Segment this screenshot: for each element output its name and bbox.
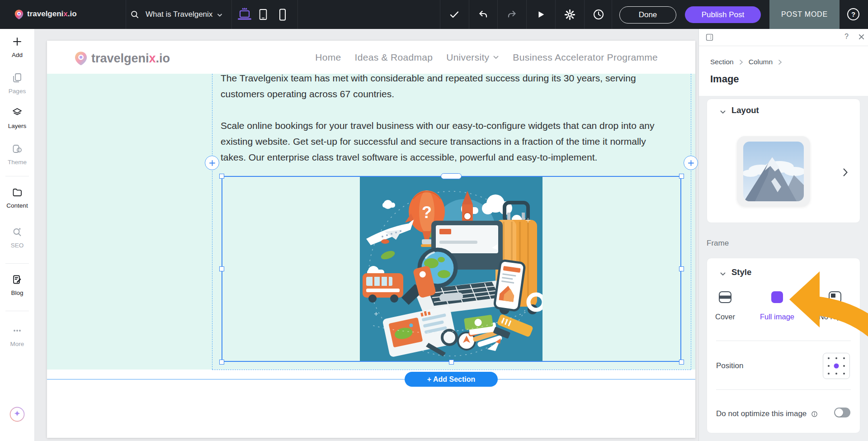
style-collapse-chevron-icon[interactable]	[720, 270, 726, 278]
section-boundary-line	[47, 379, 695, 379]
device-mobile-button[interactable]	[277, 0, 288, 29]
layout-card: Layout	[707, 99, 860, 223]
device-desktop-button[interactable]	[236, 0, 253, 29]
sidebar-divider	[5, 176, 29, 176]
paragraph-block[interactable]: The Travelgenix team has met with consid…	[221, 74, 655, 165]
site-logo-pin-icon	[73, 51, 89, 68]
settings-panel: ? Section Column Image Layout	[698, 29, 868, 441]
redo-button[interactable]	[502, 0, 522, 29]
topbar-divider	[584, 0, 585, 29]
breadcrumb-column[interactable]: Column	[749, 58, 773, 66]
breadcrumb-section[interactable]: Section	[710, 58, 734, 66]
panel-close-button[interactable]	[858, 33, 865, 42]
toggle-knob	[835, 408, 843, 417]
style-card: Style Cover Full image No repeat Positio…	[707, 258, 860, 433]
ai-assistant-button[interactable]	[9, 407, 25, 424]
style-option-cover[interactable]	[717, 289, 733, 307]
selection-handle-mid-bottom[interactable]	[449, 360, 454, 365]
preview-play-button[interactable]	[531, 0, 551, 29]
layout-thumbnail-frame[interactable]	[737, 136, 810, 206]
position-grid-control[interactable]	[823, 353, 850, 379]
search-chevron-down-icon[interactable]	[216, 12, 223, 20]
info-icon[interactable]	[811, 410, 818, 418]
post-mode-badge[interactable]: POST MODE	[769, 0, 840, 29]
undo-button[interactable]	[473, 0, 493, 29]
topbar-divider	[126, 0, 126, 29]
folder-icon	[12, 187, 23, 198]
nav-item-home[interactable]: Home	[315, 52, 341, 63]
style-option-cover-label[interactable]: Cover	[708, 313, 742, 321]
topbar-divider	[231, 0, 232, 29]
approve-check-button[interactable]	[444, 0, 464, 29]
no-repeat-style-icon	[827, 289, 843, 305]
cover-style-icon	[717, 289, 733, 305]
section-bottom-dashed-border	[212, 370, 691, 370]
nav-item-university[interactable]: University	[446, 52, 499, 63]
editor-topbar: travelgenix.io What is Travelgenix	[0, 0, 868, 29]
topbar-divider	[497, 0, 498, 29]
selection-handle-mid-right[interactable]	[679, 266, 684, 271]
panel-header: ?	[699, 29, 868, 46]
publish-post-button[interactable]: Publish Post	[685, 6, 761, 23]
add-element-right-button[interactable]	[684, 156, 698, 170]
search-input[interactable]: What is Travelgenix	[146, 10, 212, 19]
style-option-full-image-label[interactable]: Full image	[759, 313, 795, 321]
settings-gear-button[interactable]	[560, 0, 580, 29]
selection-handle-bottom-left[interactable]	[219, 360, 224, 365]
panel-title: Image	[710, 73, 739, 85]
selection-drag-handle[interactable]	[441, 173, 462, 179]
nav-item-ideas-roadmap[interactable]: Ideas & Roadmap	[355, 52, 433, 63]
sidebar-item-layers[interactable]: Layers	[0, 107, 34, 129]
help-button[interactable]: ?	[847, 8, 859, 20]
layout-header[interactable]: Layout	[731, 105, 759, 115]
editor-logo-pin-icon	[14, 9, 24, 22]
topbar-divider	[297, 0, 298, 29]
selection-handle-top-right[interactable]	[679, 174, 684, 179]
card-divider	[716, 389, 851, 390]
plus-icon	[209, 160, 216, 166]
style-option-no-repeat[interactable]	[827, 289, 843, 307]
topbar-divider	[440, 0, 440, 29]
breadcrumb: Section Column	[710, 58, 782, 66]
position-label: Position	[716, 361, 743, 370]
sidebar-item-more[interactable]: More	[0, 325, 34, 347]
selection-handle-mid-left[interactable]	[219, 266, 224, 271]
sidebar-item-theme[interactable]: Theme	[0, 143, 34, 166]
add-element-left-button[interactable]	[205, 156, 219, 170]
topbar-divider	[526, 0, 527, 29]
panel-dock-icon[interactable]	[705, 33, 714, 43]
history-clock-button[interactable]	[589, 0, 609, 29]
selection-handle-bottom-right[interactable]	[679, 360, 684, 365]
chevron-down-icon	[493, 55, 499, 60]
plus-icon	[688, 160, 694, 166]
nav-item-business-accelerator[interactable]: Business Accelerator Programme	[513, 52, 658, 63]
sidebar-item-blog[interactable]: Blog	[0, 274, 34, 296]
sidebar-item-content[interactable]: Content	[0, 187, 34, 209]
section-left-dashed-border	[212, 74, 212, 370]
editor-window: travelgenix.io What is Travelgenix	[0, 0, 868, 441]
topbar-divider	[612, 0, 612, 29]
site-header: travelgenix.io Home Ideas & Roadmap Univ…	[47, 41, 695, 74]
style-option-no-repeat-label[interactable]: No repeat	[817, 313, 853, 321]
topbar-divider	[469, 0, 469, 29]
done-button[interactable]: Done	[619, 6, 676, 24]
image-selection-outline[interactable]	[222, 176, 681, 362]
layout-collapse-chevron-icon[interactable]	[720, 108, 726, 116]
style-option-full-image[interactable]	[769, 289, 785, 307]
device-tablet-button[interactable]	[256, 0, 270, 29]
layout-next-chevron-icon[interactable]	[843, 168, 848, 179]
selection-handle-top-left[interactable]	[219, 174, 224, 179]
sidebar-item-seo[interactable]: SEO	[0, 227, 34, 249]
layout-thumbnail-image[interactable]	[743, 142, 804, 201]
panel-help-button[interactable]: ?	[844, 33, 849, 41]
sidebar-item-add[interactable]: Add	[0, 36, 34, 58]
crown-icon	[242, 8, 247, 10]
sidebar-item-pages[interactable]: Pages	[0, 72, 34, 95]
add-section-button[interactable]: + Add Section	[405, 372, 498, 387]
frame-label: Frame	[707, 239, 729, 248]
site-logo-text[interactable]: travelgenix.io	[91, 52, 170, 66]
style-header[interactable]: Style	[731, 267, 751, 277]
optimize-toggle[interactable]	[834, 408, 850, 417]
more-dots-icon	[12, 325, 23, 336]
full-image-style-icon	[769, 289, 785, 305]
